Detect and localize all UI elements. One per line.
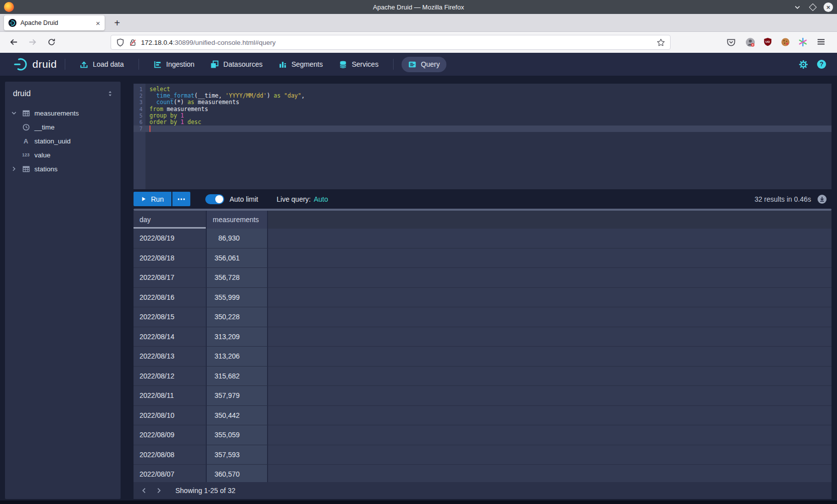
- cell-measurements[interactable]: 355,999: [207, 288, 268, 308]
- live-query-value[interactable]: Auto: [314, 195, 328, 203]
- tree-label: value: [34, 151, 50, 159]
- new-tab-button[interactable]: +: [110, 15, 125, 30]
- auto-limit-label: Auto limit: [230, 195, 259, 203]
- menu-hamburger-icon[interactable]: [817, 37, 826, 46]
- table-row: 2022/08/18356,061: [134, 249, 832, 268]
- reload-icon[interactable]: [47, 38, 56, 46]
- table-icon: [21, 110, 31, 117]
- nav-item-query[interactable]: Query: [402, 57, 446, 72]
- shield-icon[interactable]: [116, 38, 125, 47]
- ingestion-icon: [153, 60, 162, 69]
- cell-measurements[interactable]: 357,593: [207, 445, 268, 465]
- account-extension-icon[interactable]: [745, 37, 755, 47]
- cell-day[interactable]: 2022/08/15: [134, 307, 207, 327]
- nav-item-label: Services: [352, 60, 379, 68]
- cell-day[interactable]: 2022/08/13: [134, 347, 207, 367]
- cell-measurements[interactable]: 86,930: [207, 229, 268, 249]
- cell-day[interactable]: 2022/08/16: [134, 288, 207, 308]
- nav-item-segments[interactable]: Segments: [272, 57, 329, 72]
- window-minimize-icon[interactable]: [793, 2, 802, 11]
- url-text[interactable]: 172.18.0.4:30899/unified-console.html#qu…: [141, 39, 276, 46]
- cell-day[interactable]: 2022/08/08: [134, 445, 207, 465]
- prev-page-icon[interactable]: [137, 483, 151, 498]
- editor-cursor: [149, 126, 150, 132]
- cell-day[interactable]: 2022/08/17: [134, 268, 207, 288]
- column-header-measurements[interactable]: measurements: [207, 211, 268, 229]
- next-page-icon[interactable]: [151, 483, 166, 498]
- browser-tab[interactable]: Apache Druid ×: [4, 15, 105, 30]
- nav-item-load-data[interactable]: Load data: [73, 57, 130, 72]
- row-filler: [268, 425, 832, 445]
- table-row: 2022/08/13313,206: [134, 347, 832, 367]
- cell-day[interactable]: 2022/08/11: [134, 386, 207, 406]
- druid-wordmark[interactable]: druid: [32, 58, 57, 70]
- sql-editor[interactable]: 1234567 select time_format(__time, 'YYYY…: [134, 84, 832, 189]
- forward-icon[interactable]: [28, 37, 37, 47]
- download-icon[interactable]: [817, 194, 827, 204]
- table-icon: [21, 165, 31, 173]
- tree-item-measurements[interactable]: measurements: [5, 106, 121, 120]
- table-row: 2022/08/15350,228: [134, 307, 832, 327]
- row-filler: [268, 327, 832, 347]
- ublock-icon[interactable]: UO: [763, 37, 772, 46]
- cell-measurements-value: 313,206: [213, 347, 240, 367]
- bookmark-star-icon[interactable]: [657, 38, 665, 47]
- help-icon[interactable]: ?: [817, 59, 827, 69]
- double-caret-vertical-icon[interactable]: [107, 90, 114, 97]
- druid-logo-icon[interactable]: [13, 57, 28, 72]
- cell-measurements-value: 355,999: [213, 288, 240, 308]
- cell-measurements[interactable]: 356,728: [207, 268, 268, 288]
- nav-item-services[interactable]: Services: [332, 57, 385, 72]
- cell-day[interactable]: 2022/08/18: [134, 249, 207, 268]
- cell-measurements[interactable]: 357,979: [207, 386, 268, 406]
- cell-day[interactable]: 2022/08/09: [134, 425, 207, 445]
- cell-measurements[interactable]: 355,059: [207, 425, 268, 445]
- window-maximize-icon[interactable]: [808, 2, 817, 11]
- schema-selector[interactable]: druid: [5, 82, 121, 104]
- tree-item-stations[interactable]: stations: [5, 162, 121, 176]
- chevron-down-icon[interactable]: [11, 110, 21, 116]
- cell-measurements[interactable]: 313,209: [207, 327, 268, 347]
- window-close-icon[interactable]: ×: [824, 2, 833, 12]
- cell-measurements[interactable]: 315,682: [207, 367, 268, 386]
- nav-item-datasources[interactable]: Datasources: [204, 57, 269, 72]
- settings-gear-icon[interactable]: [799, 60, 808, 69]
- run-more-button[interactable]: [172, 192, 190, 206]
- nav-item-ingestion[interactable]: Ingestion: [147, 57, 201, 72]
- nav-item-label: Load data: [93, 60, 124, 68]
- cell-measurements-value: 350,228: [213, 307, 240, 327]
- url-bar[interactable]: 172.18.0.4:30899/unified-console.html#qu…: [111, 35, 671, 50]
- cell-measurements[interactable]: 356,061: [207, 249, 268, 268]
- tree-item-value[interactable]: 123value: [5, 148, 121, 162]
- header-filler: [268, 211, 832, 229]
- cell-measurements[interactable]: 360,570: [207, 465, 268, 485]
- tree-item-__time[interactable]: __time: [5, 120, 121, 134]
- toggle-knob: [215, 195, 223, 203]
- pocket-icon[interactable]: [726, 37, 736, 47]
- column-header-day[interactable]: day: [134, 211, 207, 229]
- cell-day[interactable]: 2022/08/10: [134, 406, 207, 426]
- cell-measurements[interactable]: 350,442: [207, 406, 268, 426]
- tab-close-icon[interactable]: ×: [96, 19, 100, 27]
- cell-measurements[interactable]: 313,206: [207, 347, 268, 367]
- cell-day[interactable]: 2022/08/12: [134, 367, 207, 386]
- tree-item-station_uuid[interactable]: Astation_uuid: [5, 134, 121, 148]
- auto-limit-toggle[interactable]: [205, 194, 224, 204]
- back-icon[interactable]: [9, 37, 18, 47]
- svg-text:?: ?: [820, 61, 824, 68]
- run-button[interactable]: Run: [134, 192, 171, 206]
- cell-day[interactable]: 2022/08/07: [134, 465, 207, 485]
- druid-favicon-icon: [8, 19, 16, 27]
- asterisk-extension-icon[interactable]: [798, 37, 808, 47]
- cell-day[interactable]: 2022/08/19: [134, 229, 207, 249]
- cell-measurements[interactable]: 350,228: [207, 307, 268, 327]
- insecure-lock-icon[interactable]: [129, 38, 137, 47]
- svg-text:UO: UO: [766, 40, 770, 43]
- cookie-extension-icon[interactable]: [781, 37, 790, 47]
- line-number: 6: [134, 119, 145, 126]
- tree-label: stations: [34, 165, 58, 173]
- cell-day[interactable]: 2022/08/14: [134, 327, 207, 347]
- chevron-right-icon[interactable]: [11, 166, 21, 172]
- results-header: daymeasurements: [134, 211, 832, 229]
- window-title: Apache Druid — Mozilla Firefox: [0, 3, 837, 11]
